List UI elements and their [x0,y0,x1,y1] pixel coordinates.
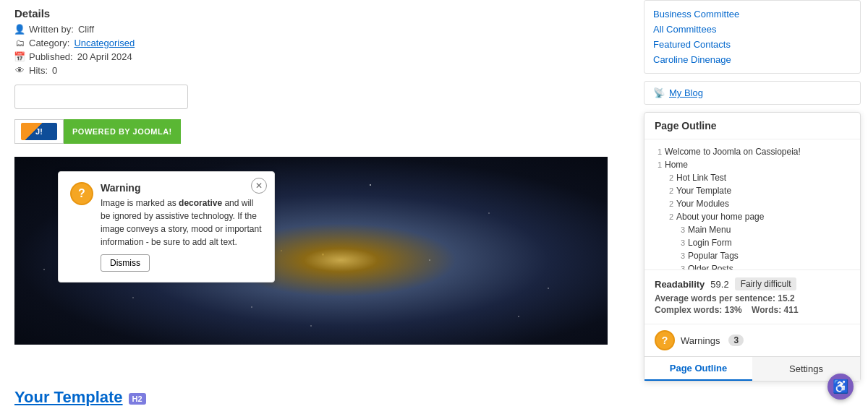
joomla-badge: POWERED BY JOOMLA! [14,119,188,144]
readability-row: Readability 59.2 Fairly difficult [655,277,850,290]
rss-icon: 📡 [653,87,665,98]
calendar-icon: 📅 [14,52,25,62]
warning-icon-circle: ? [70,182,93,205]
dismiss-button[interactable]: Dismiss [101,254,150,272]
hits-row: 👁 Hits: 0 [14,65,622,76]
avg-words-row: Average words per sentence: 15.2 [655,293,850,303]
complex-words-row: Complex words: 13% Words: 411 [655,305,850,315]
details-section: Details 👤 Written by: Cliff 🗂 Category: … [14,7,622,76]
outline-text-8: Popular Tags [688,251,853,261]
category-row: 🗂 Category: Uncategorised [14,38,622,48]
outline-item-0: 1 Welcome to Joomla on Cassiopeia! [652,145,853,158]
outline-level-1: 1 [652,160,662,169]
outline-level-3: 2 [663,186,673,195]
written-by-row: 👤 Written by: Cliff [14,24,622,35]
written-by-value: Cliff [78,24,94,35]
outline-item-6: 3 Main Menu [652,223,853,236]
outline-text-1: Home [665,160,853,170]
readability-label: Readability [655,279,705,290]
words-value: 411 [784,305,799,315]
warning-question-mark: ? [78,187,85,200]
sidebar-link-featured-contacts[interactable]: Featured Contacts [653,37,851,52]
accessibility-button[interactable]: ♿ [827,374,854,400]
outline-text-3: Your Template [676,186,853,196]
left-column: Details 👤 Written by: Cliff 🗂 Category: … [0,0,637,414]
outline-level-8: 3 [675,251,685,260]
outline-item-5: 2 About your home page [652,210,853,223]
warning-header: ? Warning Image is marked as decorative … [70,182,263,249]
outline-text-5: About your home page [676,212,853,222]
outline-item-9: 3 Older Posts [652,262,853,269]
warning-close-button[interactable]: ✕ [251,178,267,194]
outline-level-6: 3 [675,225,685,234]
user-icon: 👤 [14,25,25,35]
accessibility-icon: ♿ [833,379,848,394]
search-input[interactable] [14,85,188,109]
outline-text-9: Older Posts [688,264,853,269]
warnings-question-mark: ? [662,335,668,346]
powered-by-joomla-button[interactable]: POWERED BY JOOMLA! [64,119,181,144]
warning-content: Warning Image is marked as decorative an… [101,182,263,249]
eye-icon: 👁 [14,66,25,76]
page-wrapper: Details 👤 Written by: Cliff 🗂 Category: … [0,0,868,414]
words-label: Words: [752,305,781,315]
your-template-heading: Your Template H2 [14,388,146,407]
readability-section: Readability 59.2 Fairly difficult Averag… [644,269,860,324]
right-column: Business Committee All Committees Featur… [637,0,868,414]
outline-text-4: Your Modules [676,199,853,209]
warnings-label: Warnings [681,335,720,346]
category-label: Category: [29,38,69,48]
outline-text-2: Hot Link Test [676,173,853,183]
warnings-icon-circle: ? [655,330,675,350]
joomla-logo-inner [21,123,57,140]
outline-item-4: 2 Your Modules [652,197,853,210]
warning-title: Warning [101,182,263,194]
galaxy-image-container: ? Warning Image is marked as decorative … [14,157,608,345]
outline-level-7: 3 [675,238,685,247]
published-value: 20 April 2024 [77,51,132,62]
readability-badge: Fairly difficult [735,277,797,290]
sidebar-link-caroline-dinenage[interactable]: Caroline Dinenage [653,52,851,67]
category-icon: 🗂 [14,38,25,48]
outline-level-4: 2 [663,199,673,208]
my-blog-link[interactable]: My Blog [669,87,703,98]
outline-item-3: 2 Your Template [652,184,853,197]
outline-level-2: 2 [663,173,673,182]
category-link[interactable]: Uncategorised [74,38,135,48]
panel-header: Page Outline [644,113,860,139]
sidebar-link-business-committee[interactable]: Business Committee [653,7,851,22]
outline-item-8: 3 Popular Tags [652,249,853,262]
outline-item-2: 2 Hot Link Test [652,171,853,184]
complex-words-value: 13% [725,305,742,315]
outline-level-5: 2 [663,212,673,221]
warning-dialog: ? Warning Image is marked as decorative … [58,171,275,283]
readability-score: 59.2 [710,279,728,290]
outline-level-9: 3 [675,264,685,269]
page-outline-panel: Page Outline 1 Welcome to Joomla on Cass… [644,112,861,381]
my-blog-section: 📡 My Blog [644,81,861,105]
tab-page-outline[interactable]: Page Outline [644,357,752,381]
warnings-count-badge: 3 [728,335,744,346]
warnings-row: ? Warnings 3 [644,324,860,356]
avg-words-label: Average words per sentence: [655,293,775,303]
outline-text-0: Welcome to Joomla on Cassiopeia! [665,147,853,157]
outline-item-7: 3 Login Form [652,236,853,249]
warning-text: Image is marked as decorative and will b… [101,197,263,249]
your-template-link[interactable]: Your Template [14,388,123,407]
sidebar-link-all-committees[interactable]: All Committees [653,22,851,37]
hits-value: 0 [52,65,57,76]
sidebar-links-panel: Business Committee All Committees Featur… [644,0,861,74]
complex-words-label: Complex words: [655,305,722,315]
outline-level-0: 1 [652,147,662,156]
panel-tabs: Page Outline Settings [644,356,860,381]
details-title: Details [14,7,622,20]
written-by-label: Written by: [29,24,74,35]
avg-words-value: 15.2 [778,293,794,303]
hits-label: Hits: [29,65,48,76]
outline-list: 1 Welcome to Joomla on Cassiopeia! 1 Hom… [644,139,860,269]
joomla-logo [14,119,64,144]
h2-badge: H2 [129,393,146,405]
published-label: Published: [29,51,73,62]
published-row: 📅 Published: 20 April 2024 [14,51,622,62]
outline-item-1: 1 Home [652,158,853,171]
